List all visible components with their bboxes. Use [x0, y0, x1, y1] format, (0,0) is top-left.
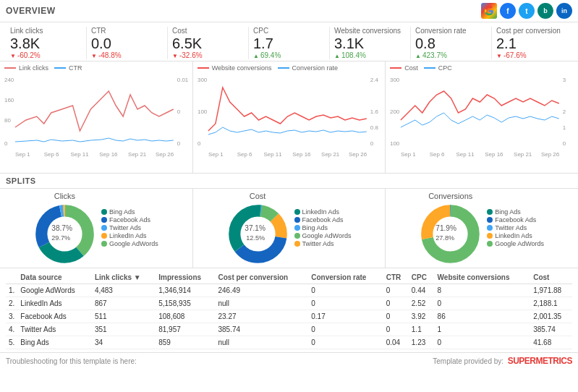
- metric-label-0: Link clicks: [10, 27, 82, 35]
- svg-text:1: 1: [563, 124, 566, 131]
- donut-conversions: Conversions 71.9% 27.8% Bing Ads Faceboo…: [386, 189, 578, 268]
- metric-change-1: -48.8%: [91, 51, 163, 59]
- svg-text:100: 100: [390, 140, 400, 147]
- svg-text:0: 0: [177, 140, 181, 147]
- header: OVERVIEW f t b in: [0, 0, 578, 22]
- metric-value-0: 3.8K: [10, 35, 82, 51]
- svg-text:160: 160: [4, 97, 14, 103]
- svg-text:Sep 16: Sep 16: [99, 151, 118, 158]
- overview-title: OVERVIEW: [6, 6, 55, 16]
- donut-clicks: Clicks 38.7% 29.7% Bing Ads Facebook Ads…: [0, 189, 193, 268]
- chart-cost-cpc: Cost CPC 300 200 100 3 2 1 0 Sep 1 Sep 6…: [386, 61, 578, 173]
- metric-ctr: CTR 0.0 -48.8%: [87, 27, 168, 59]
- bing-icon[interactable]: b: [537, 3, 553, 19]
- svg-text:Sep 1: Sep 1: [15, 151, 30, 158]
- donut-cost-chart: Cost 37.1% 12.5%: [227, 192, 289, 265]
- svg-text:Sep 26: Sep 26: [349, 151, 367, 158]
- col-clicks[interactable]: Link clicks ▼: [92, 271, 156, 284]
- svg-text:Sep 16: Sep 16: [485, 151, 504, 158]
- metric-value-6: 2.1: [496, 35, 568, 51]
- col-web-conv[interactable]: Website conversions: [435, 271, 531, 284]
- svg-text:2.4: 2.4: [370, 77, 378, 83]
- metric-value-2: 6.5K: [172, 35, 244, 51]
- metric-change-6: -67.6%: [496, 51, 568, 59]
- col-source[interactable]: Data source: [17, 271, 92, 284]
- donut-clicks-title: Clicks: [54, 192, 75, 200]
- col-cost-conv[interactable]: Cost per conversion: [216, 271, 309, 284]
- splits-charts-row: Clicks 38.7% 29.7% Bing Ads Facebook Ads…: [0, 189, 578, 268]
- svg-text:Sep 11: Sep 11: [71, 151, 90, 158]
- table-row: 1.Google AdWords4,4831,346,914246.49000.…: [6, 284, 572, 297]
- svg-text:Sep 6: Sep 6: [430, 151, 445, 158]
- table-row: 3.Facebook Ads511108,60823.270.1703.9286…: [6, 310, 572, 323]
- donut-cost-title: Cost: [250, 192, 266, 200]
- platform-icons: f t b in: [481, 3, 572, 19]
- metric-change-3: 69.4%: [253, 51, 325, 59]
- chart-website-conv: Website conversions Conversion rate 300 …: [193, 61, 386, 173]
- metric-change-4: 108.4%: [334, 51, 406, 59]
- svg-text:200: 200: [390, 108, 400, 115]
- table-row: 4.Twitter Ads35181,957385.74001.11385.74: [6, 323, 572, 336]
- col-num: [6, 271, 17, 284]
- facebook-icon[interactable]: f: [500, 3, 516, 19]
- svg-text:300: 300: [390, 77, 400, 83]
- footer: Troubleshooting for this template is her…: [0, 352, 578, 369]
- metric-conv-rate: Conversion rate 0.8 423.7%: [411, 27, 492, 59]
- svg-text:Sep 26: Sep 26: [156, 151, 174, 158]
- col-impressions[interactable]: Impressions: [156, 271, 215, 284]
- chart3-legend: Cost CPC: [390, 64, 574, 72]
- linkedin-icon[interactable]: in: [556, 3, 572, 19]
- chart-link-clicks-ctr: Link clicks CTR 240 160 80 0 0.01 0 0 Se…: [0, 61, 193, 173]
- table-row: 2.LinkedIn Ads8675,158,935null002.5202,1…: [6, 297, 572, 310]
- metric-cost-per-conv: Cost per conversion 2.1 -67.6%: [492, 27, 572, 59]
- col-conv-rate[interactable]: Conversion rate: [308, 271, 383, 284]
- svg-text:12.5%: 12.5%: [246, 234, 265, 242]
- metric-cpc: CPC 1.7 69.4%: [249, 27, 330, 59]
- metric-label-2: Cost: [172, 27, 244, 35]
- metrics-row: Link clicks 3.8K -60.2% CTR 0.0 -48.8% C…: [0, 22, 578, 61]
- data-table: Data source Link clicks ▼ Impressions Co…: [0, 268, 578, 352]
- splits-title: SPLITS: [0, 174, 578, 189]
- svg-text:Sep 21: Sep 21: [514, 151, 532, 158]
- svg-text:300: 300: [197, 77, 208, 83]
- donut-clicks-legend: Bing Ads Facebook Ads Twitter Ads Linked…: [101, 208, 158, 248]
- svg-text:0.8: 0.8: [370, 124, 378, 131]
- svg-text:240: 240: [4, 77, 14, 83]
- col-cpc[interactable]: CPC: [409, 271, 435, 284]
- metric-link-clicks: Link clicks 3.8K -60.2%: [6, 27, 87, 59]
- svg-text:80: 80: [4, 117, 11, 124]
- metric-value-1: 0.0: [91, 35, 163, 51]
- svg-text:Sep 1: Sep 1: [401, 151, 416, 158]
- svg-text:0: 0: [563, 140, 566, 147]
- donut-cost-legend: LinkedIn Ads Facebook Ads Bing Ads Googl…: [294, 208, 352, 248]
- table-row: 5.Bing Ads34859null00.041.23041.68: [6, 336, 572, 349]
- svg-text:Sep 21: Sep 21: [321, 151, 340, 158]
- svg-text:3: 3: [563, 77, 566, 83]
- col-cost[interactable]: Cost: [530, 271, 572, 284]
- chart2-legend: Website conversions Conversion rate: [197, 64, 381, 72]
- twitter-icon[interactable]: t: [519, 3, 535, 19]
- svg-text:0: 0: [370, 140, 373, 147]
- svg-text:Sep 11: Sep 11: [263, 151, 282, 158]
- metric-label-5: Conversion rate: [415, 27, 487, 35]
- svg-text:Sep 26: Sep 26: [541, 151, 560, 158]
- donut-clicks-chart: Clicks 38.7% 29.7%: [34, 192, 95, 265]
- svg-text:Sep 1: Sep 1: [208, 151, 224, 158]
- svg-text:Sep 6: Sep 6: [237, 151, 252, 158]
- svg-text:27.8%: 27.8%: [435, 234, 454, 242]
- metric-value-3: 1.7: [253, 35, 325, 51]
- google-icon[interactable]: [481, 3, 497, 19]
- svg-text:71.9%: 71.9%: [435, 224, 456, 232]
- svg-text:Sep 21: Sep 21: [128, 151, 147, 158]
- svg-text:0: 0: [4, 140, 8, 147]
- svg-text:Sep 6: Sep 6: [44, 151, 59, 158]
- metric-value-4: 3.1K: [334, 35, 406, 51]
- svg-text:Sep 16: Sep 16: [292, 151, 311, 158]
- svg-text:29.7%: 29.7%: [51, 234, 70, 242]
- metric-change-5: 423.7%: [415, 51, 487, 59]
- donut-conv-title: Conversions: [428, 192, 472, 200]
- footer-left: Troubleshooting for this template is her…: [6, 357, 137, 365]
- donut-conv-chart: Conversions 71.9% 27.8%: [420, 192, 481, 265]
- col-ctr[interactable]: CTR: [383, 271, 409, 284]
- metric-change-2: -32.6%: [172, 51, 244, 59]
